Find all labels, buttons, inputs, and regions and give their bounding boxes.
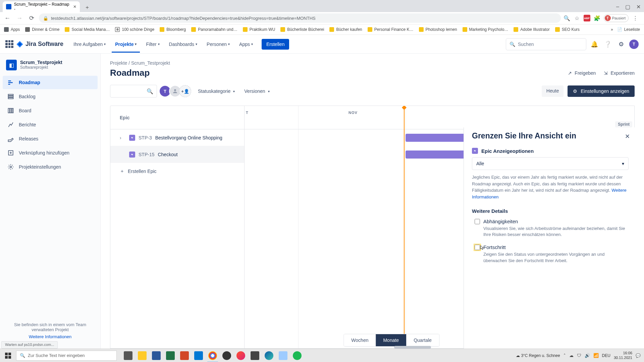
notification-center-icon[interactable]: 💬	[636, 353, 641, 358]
add-people-button[interactable]: +👤	[179, 85, 191, 97]
bookmarks-overflow[interactable]: »	[611, 27, 613, 32]
create-epic-button[interactable]: ＋ Erstellen Epic	[110, 163, 244, 180]
sidebar-item-roadmap[interactable]: Roadmap	[3, 76, 98, 89]
epic-row[interactable]: › STP-3 Bestellvorgang Online Shopping	[110, 129, 244, 146]
roadmap-search-input[interactable]: 🔍	[110, 85, 157, 98]
sidebar-item-backlog[interactable]: Backlog	[3, 90, 98, 103]
bookmark-item[interactable]: Dinner & Crime	[25, 27, 59, 32]
sidebar-item-reports[interactable]: Berichte	[3, 118, 98, 131]
nav-people[interactable]: Personen▾	[203, 39, 233, 50]
bookmark-item[interactable]: SEO Kurs	[555, 27, 580, 32]
app-icon[interactable]	[248, 349, 262, 362]
obs-icon[interactable]	[220, 349, 233, 362]
bookmark-item[interactable]: Personal Finance K…	[368, 27, 414, 32]
sidebar-item-label: Verknüpfung hinzufügen	[19, 150, 69, 156]
taskbar-search-input[interactable]: 🔍 Zur Suche Text hier eingeben	[16, 351, 117, 361]
create-button[interactable]: Erstellen	[262, 39, 289, 50]
expand-epic-icon[interactable]: ›	[120, 135, 126, 140]
excel-icon[interactable]	[164, 349, 177, 362]
bookmark-star-icon[interactable]: ☆	[574, 15, 580, 21]
zoom-icon[interactable]: 🔍	[564, 15, 570, 21]
taskbar-clock[interactable]: 16:06 30.11.2021	[614, 351, 632, 360]
browser-tab[interactable]: Scrum_Testprojekt – Roadmap - ✕	[3, 1, 80, 12]
extensions-icon[interactable]: 🧩	[594, 15, 600, 21]
bookmark-apps[interactable]: Apps	[4, 27, 20, 32]
back-button[interactable]: ←	[3, 13, 12, 23]
app-icon[interactable]	[234, 349, 248, 362]
abp-icon[interactable]: ABP	[584, 15, 590, 21]
view-settings-button[interactable]: ⚙ Einstellungen anzeigen	[568, 85, 635, 97]
edge-icon[interactable]	[262, 349, 276, 362]
jira-logo[interactable]: Jira Software	[16, 41, 63, 48]
new-tab-button[interactable]: ＋	[83, 3, 92, 12]
share-button[interactable]: ↗Freigeben	[568, 70, 596, 76]
bookmark-item[interactable]: Praktikum WU	[243, 27, 275, 32]
word-icon[interactable]	[150, 349, 163, 362]
sidebar-item-board[interactable]: Board	[3, 104, 98, 117]
versions-filter[interactable]: Versionen▾	[241, 88, 272, 94]
start-button[interactable]	[0, 349, 16, 362]
app-switcher-icon[interactable]	[5, 40, 13, 48]
bookmark-item[interactable]: Social Media Mana…	[65, 27, 110, 32]
settings-gear-icon[interactable]: ⚙	[616, 39, 627, 50]
nav-filters[interactable]: Filter▾	[143, 39, 163, 50]
horizontal-scrollbar[interactable]	[394, 346, 431, 349]
profile-avatar-icon: T	[605, 15, 611, 21]
bookmark-item[interactable]: Panoramabahn und…	[191, 27, 237, 32]
reading-list-button[interactable]: 📄 Leseliste	[617, 27, 640, 32]
breadcrumb-project[interactable]: Scrum_Testprojekt	[131, 60, 170, 66]
epic-display-select[interactable]: Alle ▾	[472, 157, 629, 170]
explorer-icon[interactable]	[136, 349, 149, 362]
task-view-icon[interactable]	[121, 349, 135, 362]
help-icon[interactable]: ❔	[602, 39, 613, 50]
status-category-filter[interactable]: Statuskategorie▾	[195, 88, 237, 94]
user-avatar[interactable]: T	[629, 40, 639, 49]
close-panel-icon[interactable]: ✕	[625, 133, 630, 140]
bookmark-item[interactable]: Bücher kaufen	[329, 27, 362, 32]
tab-close-icon[interactable]: ✕	[73, 4, 76, 9]
bookmark-item[interactable]: Bücherliste Bücherei	[280, 27, 324, 32]
nav-dashboards[interactable]: Dashboards▾	[166, 39, 201, 50]
nav-your-work[interactable]: Ihre Aufgaben▾	[70, 39, 109, 50]
bookmark-item[interactable]: B100 schöne Dinge	[115, 27, 154, 32]
dependencies-checkbox[interactable]	[475, 219, 480, 224]
spotify-icon[interactable]	[290, 349, 304, 362]
forward-button[interactable]: →	[15, 13, 24, 23]
zoom-months[interactable]: Monate	[376, 334, 406, 346]
progress-checkbox[interactable]	[475, 245, 480, 250]
address-bar[interactable]: 🔒 testdeutsch1.atlassian.net/jira/softwa…	[39, 13, 561, 23]
reload-button[interactable]: ⟳	[27, 13, 36, 23]
notifications-icon[interactable]: 🔔	[589, 39, 600, 50]
mail-icon[interactable]	[192, 349, 205, 362]
language-indicator[interactable]: DEU	[602, 353, 610, 358]
breadcrumb-projects[interactable]: Projekte	[110, 60, 127, 66]
nav-apps[interactable]: Apps▾	[236, 39, 256, 50]
system-tray[interactable]: ˄☁🛡🔊📶	[564, 353, 599, 358]
window-close-icon[interactable]: ✕	[636, 4, 641, 10]
today-button[interactable]: Heute	[542, 85, 564, 97]
zoom-quarters[interactable]: Quartale	[406, 334, 439, 346]
sidebar-item-add-link[interactable]: Verknüpfung hinzufügen	[3, 146, 98, 160]
profile-chip[interactable]: T Pausiert	[604, 14, 629, 22]
sidebar-item-releases[interactable]: Releases	[3, 132, 98, 145]
window-maximize-icon[interactable]: ▢	[625, 4, 630, 10]
sidebar-item-settings[interactable]: Projekteinstellungen	[3, 160, 98, 174]
jira-favicon	[6, 4, 11, 9]
window-minimize-icon[interactable]: –	[616, 4, 619, 10]
zoom-weeks[interactable]: Wochen	[344, 334, 376, 346]
nav-projects[interactable]: Projekte▾	[112, 36, 140, 53]
weather-widget[interactable]: ☁ 3°C Regen u. Schnee	[516, 353, 560, 358]
header-search-input[interactable]: 🔍 Suchen	[506, 38, 586, 50]
powerpoint-icon[interactable]	[178, 349, 191, 362]
bookmark-item[interactable]: Adobe Illustrator	[514, 27, 549, 32]
display-description: Jegliches Epic, das vor einem Jahr als f…	[472, 174, 629, 200]
notepad-icon[interactable]	[276, 349, 290, 362]
chrome-menu-icon[interactable]: ⋮	[632, 15, 639, 21]
bookmark-item[interactable]: Marketing Psycholo…	[463, 27, 508, 32]
bookmark-item[interactable]: Bloomberg	[160, 27, 186, 32]
chrome-icon[interactable]	[206, 349, 219, 362]
bookmark-item[interactable]: Photoshop lernen	[419, 27, 457, 32]
export-button[interactable]: ⇲Exportieren	[604, 70, 635, 76]
epic-row[interactable]: STP-15 Checkout	[110, 146, 244, 163]
sidebar-footer-link[interactable]: Weitere Informationen	[9, 334, 91, 339]
